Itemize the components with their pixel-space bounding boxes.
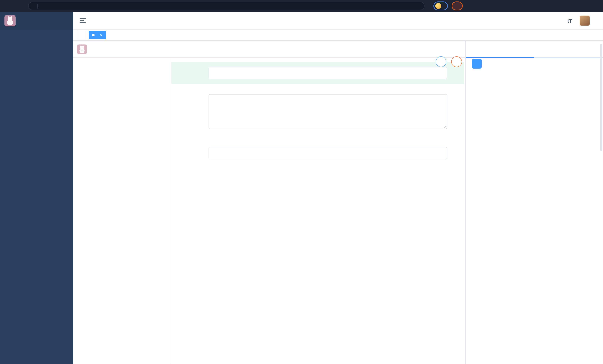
profile-paused-chip[interactable] (433, 1, 448, 10)
textarea-input[interactable] (209, 94, 447, 129)
form-generator-header (73, 41, 465, 58)
form-builder-page: tT × (0, 0, 603, 364)
app-header: tT (73, 12, 603, 30)
tab-form-props[interactable] (534, 41, 603, 57)
user-avatar[interactable] (580, 16, 590, 26)
rabbit-avatar (77, 44, 87, 54)
url-bar[interactable] (28, 2, 425, 10)
canvas-field-textarea[interactable] (172, 94, 464, 131)
active-tab-indicator (466, 57, 534, 58)
tab-component-props[interactable] (466, 41, 534, 57)
property-inspector (465, 41, 603, 364)
mobile-input[interactable] (209, 67, 447, 79)
font-size-icon[interactable]: tT (567, 18, 572, 23)
canvas-field-cascader[interactable] (172, 147, 464, 159)
collapse-sidebar-icon[interactable] (80, 18, 86, 23)
browser-update-button[interactable] (452, 1, 463, 10)
inspector-form (466, 58, 603, 67)
form-generator-panel (73, 41, 465, 364)
link-icon[interactable] (472, 59, 482, 69)
form-canvas (170, 58, 465, 364)
tag-home[interactable] (78, 31, 86, 39)
close-tag-icon[interactable]: × (100, 33, 103, 38)
cascader-input[interactable] (209, 147, 447, 159)
rabbit-logo-avatar (4, 15, 16, 26)
app-logo[interactable] (0, 12, 73, 30)
active-tag-dot (92, 34, 95, 36)
scrollbar-thumb[interactable] (600, 44, 602, 151)
browser-chrome (0, 0, 603, 12)
canvas-field-mobile[interactable] (172, 62, 464, 84)
url-divider (37, 3, 38, 8)
tag-form-builder[interactable]: × (89, 31, 106, 39)
inspector-tabs (466, 41, 603, 58)
delete-field-button[interactable] (451, 56, 462, 67)
profile-emoji-avatar (435, 3, 441, 9)
tags-view-bar: × (73, 30, 603, 41)
component-palette (73, 58, 170, 364)
sidebar (0, 12, 73, 364)
duplicate-field-button[interactable] (436, 56, 446, 67)
